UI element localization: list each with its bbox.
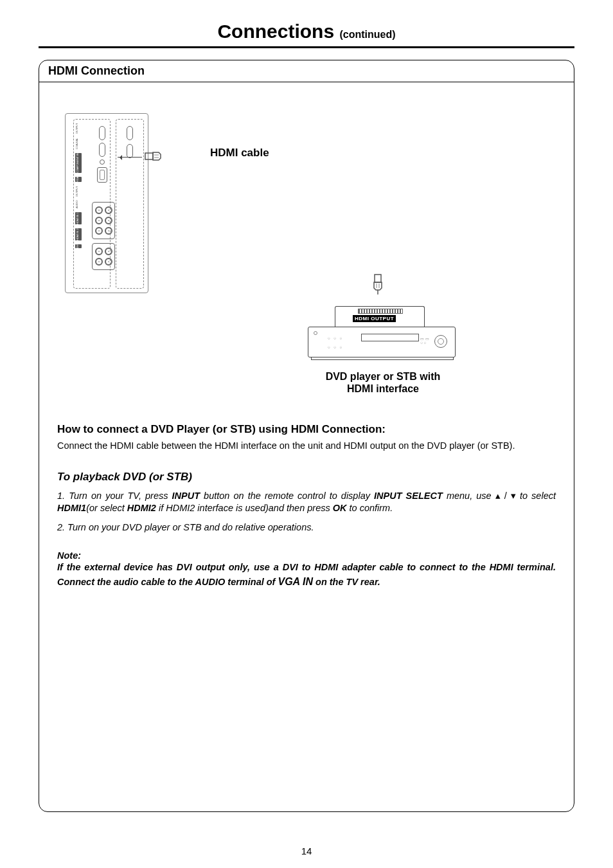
label-vga: VGA bbox=[75, 177, 82, 182]
rca-jack-icon bbox=[105, 258, 112, 266]
audio-out-jack-icon bbox=[100, 159, 105, 165]
component-rca-frame bbox=[92, 202, 115, 239]
dvd-hdmi-output-label: HDMI OUTPUT bbox=[353, 315, 396, 322]
dvd-base-icon bbox=[311, 357, 454, 360]
tv-ports bbox=[96, 123, 109, 185]
label-hdmi-in-2: HDMI IN 2 bbox=[75, 228, 82, 240]
to-playback-heading: To playback DVD (or STB) bbox=[57, 471, 556, 484]
title-divider bbox=[39, 46, 574, 48]
label-dvi: DVI bbox=[75, 244, 82, 249]
rca-block bbox=[92, 202, 115, 274]
dvd-hdmi-port-icon bbox=[358, 309, 403, 314]
step1-part-a: 1. Turn on your TV, press bbox=[57, 491, 172, 501]
step1-part-b: button on the remote control to display bbox=[200, 491, 374, 501]
dvd-player-front: ○ ○ ○ ○ ○ ○ ▭ ▭○ ○ bbox=[308, 327, 456, 357]
rca-jack-icon bbox=[95, 206, 103, 214]
label-output: OUTPUT bbox=[75, 186, 82, 196]
svg-rect-3 bbox=[375, 275, 381, 282]
page-number: 14 bbox=[0, 845, 613, 856]
dvd-caption-line1: DVD player or STB with bbox=[326, 371, 441, 382]
arrow-line-icon bbox=[118, 157, 142, 158]
dvd-player: ○ ○ ○ ○ ○ ○ ▭ ▭○ ○ bbox=[308, 327, 456, 366]
dvd-caption-line2: HDMI interface bbox=[347, 383, 419, 394]
svg-rect-0 bbox=[145, 153, 153, 159]
dvd-jog-dial-icon bbox=[434, 335, 447, 348]
hdmi-plug-vertical-icon bbox=[371, 274, 385, 294]
step1-part-d: to select bbox=[516, 491, 556, 501]
page-title-continued: (continued) bbox=[340, 29, 396, 40]
step1-part-e: (or select bbox=[86, 503, 127, 513]
step1-input-kw: INPUT bbox=[172, 491, 200, 501]
hdmi1-port-right-icon bbox=[127, 144, 133, 158]
step1-hdmi2-kw: HDMI2 bbox=[127, 503, 156, 513]
page-title-wrap: Connections (continued) bbox=[39, 21, 574, 42]
vga-port-icon bbox=[97, 167, 107, 183]
rca-jack-icon bbox=[105, 217, 112, 224]
rca-jack-icon bbox=[95, 227, 103, 235]
note-body: If the external device has DVI output on… bbox=[57, 561, 556, 589]
label-coaxial: COAXIAL bbox=[75, 138, 82, 149]
rca-jack-icon bbox=[95, 217, 103, 224]
label-audio: AUDIO bbox=[75, 201, 82, 209]
text-content: How to connect a DVD Player (or STB) usi… bbox=[39, 423, 574, 589]
label-output-2: OUTPUT bbox=[75, 123, 82, 134]
how-to-connect-text: Connect the HDMI cable between the HDMI … bbox=[57, 440, 556, 453]
rca-jack-icon bbox=[95, 248, 103, 255]
hdmi-arrow bbox=[118, 144, 220, 145]
step1-part-c: menu, use bbox=[443, 491, 495, 501]
note-label: Note: bbox=[57, 550, 556, 561]
dvd-buttons-row2-icon: ○ ○ ○ bbox=[328, 345, 343, 349]
rca-jack-icon bbox=[105, 227, 112, 235]
note-vga-in-kw: VGA IN bbox=[278, 576, 313, 587]
tv-rear-panel: DVI HDMI IN 2 HDMI IN 1 AUDIO OUTPUT VGA… bbox=[65, 113, 148, 293]
dvd-buttons-row-icon: ○ ○ ○ bbox=[328, 336, 343, 340]
step1-ok-kw: OK bbox=[333, 503, 347, 513]
hdmi2-port-right-icon bbox=[127, 126, 133, 140]
label-component-in: COMPONENT IN bbox=[75, 153, 82, 173]
dvd-disc-tray-icon bbox=[361, 334, 419, 341]
step-1: 1. Turn on your TV, press INPUT button o… bbox=[57, 490, 556, 515]
panel-header: HDMI Connection bbox=[39, 60, 574, 82]
tv-port-labels: DVI HDMI IN 2 HDMI IN 1 AUDIO OUTPUT VGA… bbox=[75, 123, 82, 284]
hdmi-plug-icon bbox=[145, 149, 161, 163]
label-hdmi-in-1: HDMI IN 1 bbox=[75, 212, 82, 224]
note-part-b: on the TV rear. bbox=[313, 577, 380, 587]
how-to-connect-heading: How to connect a DVD Player (or STB) usi… bbox=[57, 423, 556, 436]
step1-part-f: if HDMI2 interface is used)and then pres… bbox=[156, 503, 333, 513]
rca-jack-icon bbox=[105, 248, 112, 255]
dvd-power-led-icon bbox=[314, 331, 317, 335]
coaxial-rca-frame bbox=[92, 243, 115, 270]
dvd-indicator-icon: ▭ ▭○ ○ bbox=[420, 336, 429, 345]
rca-jack-icon bbox=[95, 258, 103, 266]
rca-jack-icon bbox=[105, 206, 112, 214]
tv-port-column-left: DVI HDMI IN 2 HDMI IN 1 AUDIO OUTPUT VGA… bbox=[73, 119, 111, 289]
connection-diagram: DVI HDMI IN 2 HDMI IN 1 AUDIO OUTPUT VGA… bbox=[39, 82, 574, 417]
hdmi2-port-icon bbox=[99, 126, 105, 140]
step1-select-kw: INPUT SELECT bbox=[374, 491, 443, 501]
page-title: Connections bbox=[217, 21, 334, 42]
dvd-caption: DVD player or STB with HDMI interface bbox=[315, 370, 450, 395]
hdmi-connection-panel: HDMI Connection DVI HDMI IN 2 HDMI IN 1 … bbox=[39, 60, 574, 812]
step1-part-g: to confirm. bbox=[347, 503, 393, 513]
step-2: 2. Turn on your DVD player or STB and do… bbox=[57, 521, 556, 534]
step1-hdmi1-kw: HDMI1 bbox=[57, 503, 86, 513]
up-down-arrow-icon: ▴ / ▾ bbox=[495, 491, 516, 501]
hdmi1-port-icon bbox=[99, 143, 105, 157]
hdmi-cable-label: HDMI cable bbox=[210, 147, 269, 159]
